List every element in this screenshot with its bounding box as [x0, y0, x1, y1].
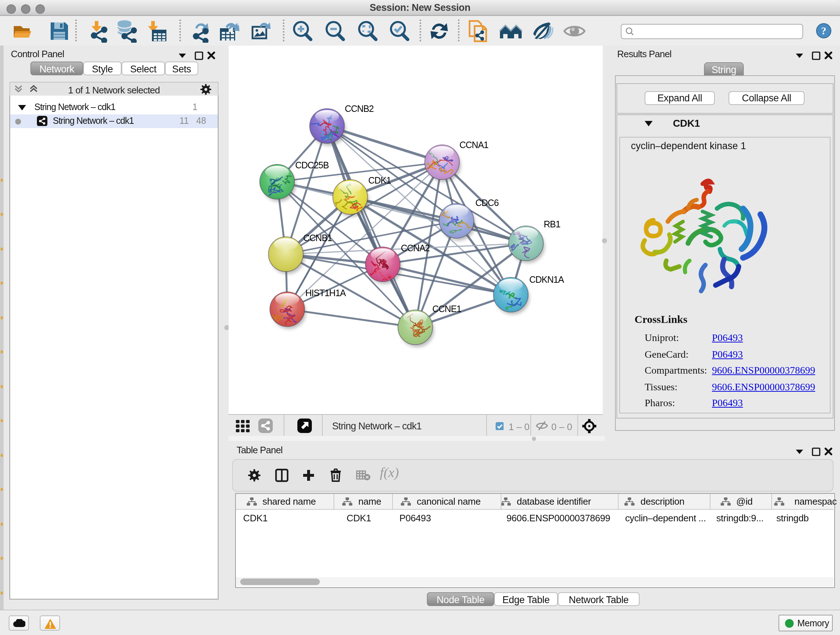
svg-text:CCNA2: CCNA2 — [401, 243, 430, 253]
svg-text:HIST1H1A: HIST1H1A — [305, 288, 346, 298]
svg-text:CDC25B: CDC25B — [295, 160, 329, 170]
svg-text:?: ? — [821, 25, 827, 36]
svg-text:CCNE1: CCNE1 — [432, 304, 461, 314]
svg-text:CDKN1A: CDKN1A — [529, 274, 564, 285]
svg-text:CCNA1: CCNA1 — [459, 140, 488, 150]
svg-text:RB1: RB1 — [544, 219, 561, 229]
svg-text:CDC6: CDC6 — [475, 198, 499, 208]
svg-text:CDK1: CDK1 — [368, 175, 391, 185]
svg-text:CCNB1: CCNB1 — [303, 233, 332, 243]
svg-text:CCNB2: CCNB2 — [345, 103, 374, 114]
